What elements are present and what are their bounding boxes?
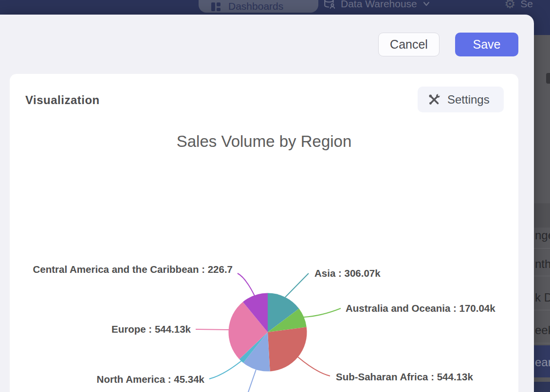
card-title: Visualization <box>25 93 100 107</box>
divider <box>534 248 550 249</box>
database-icon <box>323 0 336 10</box>
backdrop-navy-fragment <box>534 382 550 392</box>
edit-visualization-modal: Cancel Save Visualization Settings Sales… <box>0 15 534 392</box>
nav-item-settings[interactable]: ⚙ Se <box>504 0 533 15</box>
save-button[interactable]: Save <box>455 33 518 56</box>
backdrop-list-item[interactable]: nge <box>535 229 550 242</box>
nav-item-data-warehouse-label: Data Warehouse <box>341 0 417 10</box>
nav-item-data-warehouse[interactable]: Data Warehouse <box>323 0 431 15</box>
dashboard-icon <box>210 1 222 13</box>
chart-title: Sales Volume by Region <box>10 132 518 151</box>
tools-icon <box>427 93 441 107</box>
backdrop-selected-item[interactable]: ear <box>534 345 550 377</box>
gear-icon: ⚙ <box>504 0 515 10</box>
visualization-card: Visualization Settings Sales Volume by R… <box>10 74 518 392</box>
backdrop-list-item[interactable]: eek <box>535 323 550 337</box>
chart-settings-button[interactable]: Settings <box>418 87 504 112</box>
chart-settings-label: Settings <box>447 93 490 107</box>
backdrop-list-item[interactable]: k D <box>535 291 550 304</box>
backdrop-band <box>534 203 550 228</box>
nav-item-settings-label: Se <box>520 0 533 10</box>
cancel-button[interactable]: Cancel <box>378 33 440 56</box>
divider <box>534 310 550 310</box>
dimmed-backdrop-strip: nge nth k D eek ear <box>534 35 550 392</box>
backdrop-selected-label: ear <box>535 356 550 369</box>
divider <box>534 343 550 343</box>
divider <box>534 276 550 276</box>
backdrop-button-fragment <box>546 73 550 84</box>
nav-tab-dashboards[interactable]: Dashboards <box>199 0 318 13</box>
chevron-down-icon <box>422 0 431 8</box>
backdrop-list-item[interactable]: nth <box>535 257 550 271</box>
nav-tab-dashboards-label: Dashboards <box>228 0 283 13</box>
